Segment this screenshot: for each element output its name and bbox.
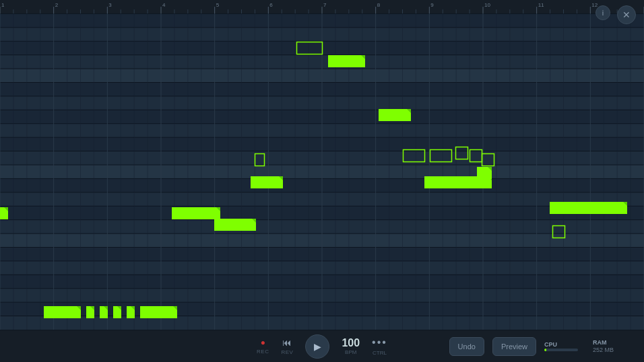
play-button[interactable]: ▶ <box>305 334 329 359</box>
toolbar: ● REC ⏮ REV ▶ 100 BPM ••• CTRL Undo Prev… <box>0 330 644 362</box>
undo-button[interactable]: Undo <box>449 337 484 356</box>
cpu-bar <box>544 349 546 351</box>
toolbar-right: Undo Preview CPU RAM 252 MB <box>449 337 633 356</box>
preview-button[interactable]: Preview <box>492 337 536 356</box>
rev-button[interactable]: ⏮ REV <box>281 337 293 355</box>
ram-section: RAM 252 MB <box>593 339 633 353</box>
cpu-section: CPU <box>544 341 585 351</box>
timeline-ruler <box>0 0 644 13</box>
cpu-bar-container <box>544 349 578 351</box>
close-button[interactable]: ✕ <box>617 5 636 24</box>
info-button[interactable]: i <box>595 5 610 20</box>
rec-button[interactable]: ● REC <box>257 338 269 355</box>
ctrl-button[interactable]: ••• CTRL <box>372 336 387 356</box>
bpm-display[interactable]: 100 BPM <box>342 337 360 355</box>
transport-controls: ● REC ⏮ REV ▶ 100 BPM ••• CTRL <box>257 334 387 359</box>
piano-roll[interactable]: ✕ i <box>0 0 644 330</box>
